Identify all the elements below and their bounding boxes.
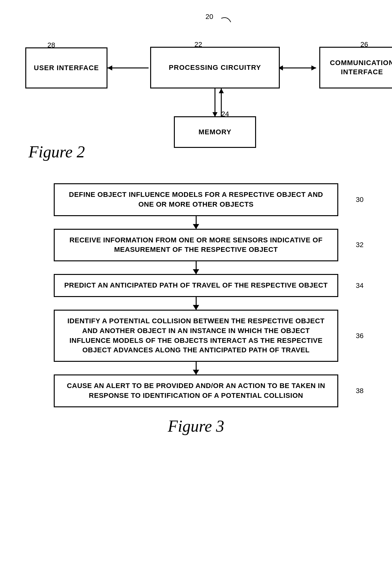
flow-item-2: RECEIVE INFORMATION FROM ONE OR MORE SEN… xyxy=(54,229,338,262)
figure2-diagram: 20 28 USER INTERFACE 22 xyxy=(19,13,373,164)
flow-box-2: RECEIVE INFORMATION FROM ONE OR MORE SEN… xyxy=(54,229,338,262)
arrow-4 xyxy=(196,362,197,374)
arrow-3 xyxy=(196,297,197,310)
ref-20: 20 xyxy=(205,13,213,21)
svg-marker-3 xyxy=(311,65,316,70)
flow-box-5: CAUSE AN ALERT TO BE PROVIDED AND/OR AN … xyxy=(54,374,338,407)
ref-38: 38 xyxy=(356,387,364,395)
communication-interface-box: COMMUNICATION INTERFACE xyxy=(319,47,392,88)
flow-box-4: IDENTIFY A POTENTIAL COLLISION BETWEEN T… xyxy=(54,310,338,362)
ref-30: 30 xyxy=(356,196,364,204)
figure3-label: Figure 3 xyxy=(19,417,373,435)
figure2-label: Figure 2 xyxy=(28,143,85,161)
memory-box: MEMORY xyxy=(174,116,256,148)
connector-2 xyxy=(19,261,373,274)
page: 20 28 USER INTERFACE 22 xyxy=(0,0,392,577)
connector-3 xyxy=(19,297,373,310)
processing-circuitry-box: PROCESSING CIRCUITRY xyxy=(150,47,280,88)
svg-marker-1 xyxy=(107,65,112,70)
ref-34: 34 xyxy=(356,282,364,290)
arrow-1 xyxy=(196,216,197,229)
user-interface-box: USER INTERFACE xyxy=(25,47,107,88)
flow-item-5: CAUSE AN ALERT TO BE PROVIDED AND/OR AN … xyxy=(54,374,338,407)
ref-36: 36 xyxy=(356,332,364,340)
flow-box-1: DEFINE OBJECT INFLUENCE MODELS FOR A RES… xyxy=(54,183,338,216)
flow-box-3: PREDICT AN ANTICIPATED PATH OF TRAVEL OF… xyxy=(54,274,338,297)
figure3-diagram: DEFINE OBJECT INFLUENCE MODELS FOR A RES… xyxy=(19,183,373,435)
connector-1 xyxy=(19,216,373,229)
flow-item-1: DEFINE OBJECT INFLUENCE MODELS FOR A RES… xyxy=(54,183,338,216)
connector-4 xyxy=(19,362,373,374)
arrow-2 xyxy=(196,261,197,274)
flow-item-4: IDENTIFY A POTENTIAL COLLISION BETWEEN T… xyxy=(54,310,338,362)
svg-marker-8 xyxy=(219,88,224,93)
flow-item-3: PREDICT AN ANTICIPATED PATH OF TRAVEL OF… xyxy=(54,274,338,297)
ref-32: 32 xyxy=(356,241,364,249)
